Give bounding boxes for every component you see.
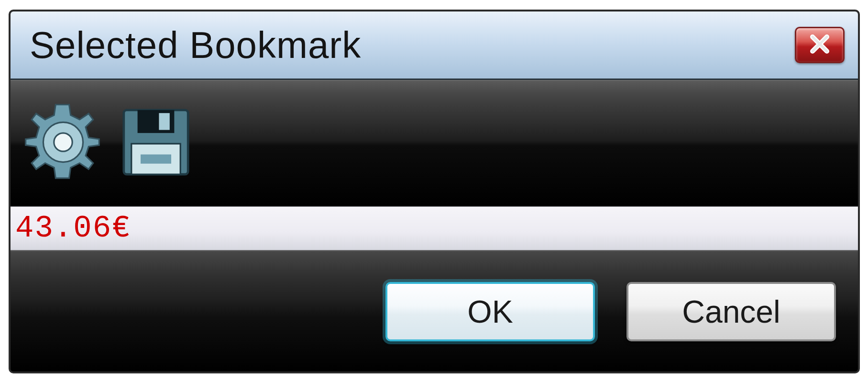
save-button[interactable] [118, 105, 194, 181]
svg-rect-6 [141, 155, 171, 164]
close-icon [808, 32, 832, 58]
floppy-save-icon [118, 104, 194, 182]
value-strip: 43.06€ [11, 206, 858, 250]
dialog-window: Selected Bookmark [9, 10, 860, 373]
value-readout: 43.06€ [15, 211, 131, 246]
ok-button[interactable]: OK [385, 282, 595, 341]
dialog-title: Selected Bookmark [30, 23, 361, 67]
gear-icon [25, 104, 101, 182]
close-button[interactable] [795, 27, 845, 63]
svg-rect-4 [159, 113, 169, 130]
toolbar [11, 80, 858, 206]
cancel-button-label: Cancel [682, 293, 780, 330]
settings-button[interactable] [25, 105, 101, 181]
titlebar: Selected Bookmark [11, 11, 858, 80]
button-bar: OK Cancel [11, 250, 858, 372]
cancel-button[interactable]: Cancel [626, 282, 836, 341]
svg-point-1 [54, 133, 72, 151]
ok-button-label: OK [467, 293, 513, 330]
